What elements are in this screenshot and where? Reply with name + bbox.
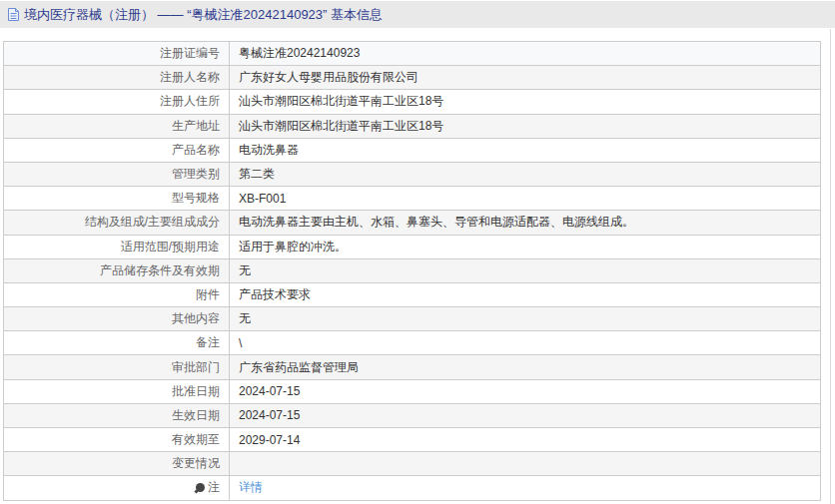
- row-value: 汕头市潮阳区棉北街道平南工业区18号: [239, 93, 443, 110]
- row-value: XB-F001: [239, 192, 286, 206]
- row-value: 广东省药品监督管理局: [239, 359, 359, 376]
- row-value-cell: 无: [230, 307, 820, 330]
- row-value-cell: 电动洗鼻器: [230, 139, 820, 162]
- table-row: 注册人名称广东好女人母婴用品股份有限公司: [4, 66, 820, 90]
- row-value: 电动洗鼻器主要由主机、水箱、鼻塞头、导管和电源适配器、电源线组成。: [239, 214, 634, 231]
- row-value-cell: 2029-07-14: [230, 428, 820, 451]
- row-label-cell: 注册人住所: [4, 90, 230, 113]
- table-row: 生效日期2024-07-15: [4, 404, 820, 428]
- table-row: 批准日期2024-07-15: [4, 380, 820, 404]
- table-row: 有效期至2029-07-14: [4, 428, 820, 452]
- row-label-cell: 管理类别: [4, 163, 230, 186]
- row-label: 管理类别: [172, 166, 220, 183]
- row-label: 批准日期: [172, 383, 220, 400]
- row-value-cell: \: [230, 331, 820, 354]
- row-label-cell: 变更情况: [4, 452, 230, 475]
- row-label-cell: 批准日期: [4, 380, 230, 403]
- row-label-cell: 注册人名称: [4, 66, 230, 89]
- row-value-cell: 粤械注准20242140923: [230, 42, 820, 65]
- row-value: 汕头市潮阳区棉北街道平南工业区18号: [239, 118, 443, 135]
- scrollbar-track[interactable]: [830, 29, 831, 504]
- table-row: 注册人住所汕头市潮阳区棉北街道平南工业区18号: [4, 90, 820, 114]
- row-label-cell: 型号规格: [4, 187, 230, 210]
- row-value: 无: [239, 262, 251, 279]
- row-value-cell: 适用于鼻腔的冲洗。: [230, 236, 820, 258]
- row-label: 型号规格: [172, 190, 220, 207]
- table-row: 备注\: [4, 331, 820, 355]
- row-label-cell: 产品储存条件及有效期: [4, 259, 230, 282]
- row-value-cell: 2024-07-15: [230, 404, 820, 427]
- page-header: 境内医疗器械（注册） —— “粤械注准20242140923” 基本信息: [0, 1, 835, 28]
- row-value-cell: 无: [230, 259, 820, 282]
- row-label-cell: 生效日期: [4, 404, 230, 427]
- page-title: 境内医疗器械（注册） —— “粤械注准20242140923” 基本信息: [24, 6, 383, 24]
- row-label-cell: 备注: [4, 331, 230, 354]
- row-value-cell: [230, 452, 820, 475]
- row-label: 结构及组成/主要组成成分: [85, 214, 220, 231]
- document-icon: [7, 7, 20, 22]
- row-label: 注册证编号: [160, 45, 220, 62]
- row-label: 变更情况: [172, 455, 220, 472]
- row-label-cell: 其他内容: [4, 307, 230, 330]
- row-label: 审批部门: [172, 359, 220, 376]
- table-row: 附件产品技术要求: [4, 283, 820, 307]
- table-row: 管理类别第二类: [4, 163, 820, 187]
- row-value-cell: XB-F001: [230, 187, 820, 210]
- row-label: 注册人住所: [160, 93, 220, 110]
- table-row: 其他内容无: [4, 307, 820, 331]
- row-value-cell: 广东好女人母婴用品股份有限公司: [230, 66, 820, 89]
- row-label: 注册人名称: [160, 69, 220, 86]
- row-label-cell: 审批部门: [4, 355, 230, 378]
- row-label: 附件: [196, 286, 220, 303]
- row-value: 粤械注准20242140923: [239, 45, 360, 62]
- row-label: 产品储存条件及有效期: [100, 262, 220, 279]
- table-row: 结构及组成/主要组成成分电动洗鼻器主要由主机、水箱、鼻塞头、导管和电源适配器、电…: [4, 211, 820, 235]
- row-value-cell: 2024-07-15: [230, 380, 820, 403]
- row-label-cell: 适用范围/预期用途: [4, 236, 230, 258]
- row-value: 第二类: [239, 166, 275, 183]
- note-icon: [196, 483, 205, 492]
- table-row: 产品储存条件及有效期无: [4, 259, 820, 283]
- row-label-cell: 附件: [4, 283, 230, 306]
- table-row: 注册证编号粤械注准20242140923: [4, 42, 820, 66]
- row-value-cell: 汕头市潮阳区棉北街道平南工业区18号: [230, 90, 820, 113]
- row-label-cell: 有效期至: [4, 428, 230, 451]
- row-value: 广东好女人母婴用品股份有限公司: [239, 69, 418, 86]
- info-table: 注册证编号粤械注准20242140923注册人名称广东好女人母婴用品股份有限公司…: [3, 41, 821, 501]
- table-row: 变更情况: [4, 452, 820, 476]
- row-label: 其他内容: [172, 310, 220, 327]
- row-label-cell: 注册证编号: [4, 42, 230, 65]
- table-row: 审批部门广东省药品监督管理局: [4, 355, 820, 379]
- row-value: 无: [239, 310, 251, 327]
- row-label: 备注: [196, 334, 220, 351]
- row-value-cell: 汕头市潮阳区棉北街道平南工业区18号: [230, 115, 820, 138]
- row-label-cell: 生产地址: [4, 115, 230, 138]
- row-label-cell: 产品名称: [4, 139, 230, 162]
- row-value: 2029-07-14: [239, 433, 300, 447]
- row-value-cell: 详情: [230, 476, 820, 499]
- table-row: 适用范围/预期用途适用于鼻腔的冲洗。: [4, 236, 820, 259]
- row-value: 产品技术要求: [239, 286, 311, 303]
- table-row: 产品名称电动洗鼻器: [4, 139, 820, 163]
- row-label: 生效日期: [172, 407, 220, 424]
- row-label-cell: 注: [4, 476, 230, 499]
- row-value-cell: 电动洗鼻器主要由主机、水箱、鼻塞头、导管和电源适配器、电源线组成。: [230, 211, 820, 234]
- table-row: 生产地址汕头市潮阳区棉北街道平南工业区18号: [4, 115, 820, 139]
- details-link[interactable]: 详情: [239, 479, 263, 496]
- row-value: \: [239, 336, 242, 350]
- row-label: 适用范围/预期用途: [121, 239, 220, 255]
- row-label-cell: 结构及组成/主要组成成分: [4, 211, 230, 234]
- table-row: 注详情: [4, 476, 820, 500]
- row-value: 电动洗鼻器: [239, 142, 299, 159]
- row-value-cell: 产品技术要求: [230, 283, 820, 306]
- row-label: 有效期至: [172, 431, 220, 448]
- row-value-cell: 广东省药品监督管理局: [230, 355, 820, 378]
- table-row: 型号规格XB-F001: [4, 187, 820, 211]
- row-value: 2024-07-15: [239, 408, 300, 422]
- row-value-cell: 第二类: [230, 163, 820, 186]
- row-label: 产品名称: [172, 142, 220, 159]
- row-label: 注: [208, 479, 220, 496]
- row-value: 适用于鼻腔的冲洗。: [239, 239, 347, 255]
- row-label: 生产地址: [172, 118, 220, 135]
- row-value: 2024-07-15: [239, 384, 300, 398]
